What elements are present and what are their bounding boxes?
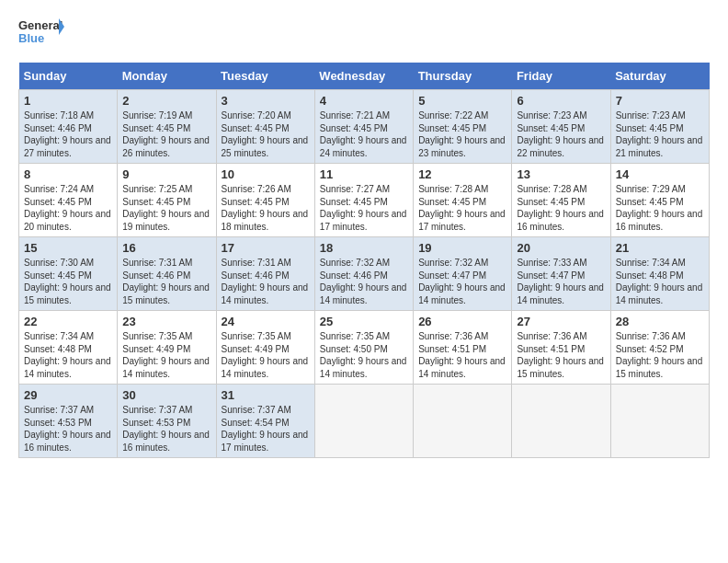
calendar-cell: 3Sunrise: 7:20 AMSunset: 4:45 PMDaylight…: [216, 90, 314, 164]
calendar-cell: [610, 385, 709, 458]
day-number: 2: [122, 94, 210, 108]
calendar-cell: 20Sunrise: 7:33 AMSunset: 4:47 PMDayligh…: [512, 237, 610, 311]
day-number: 30: [122, 388, 210, 402]
day-info: Sunrise: 7:19 AMSunset: 4:45 PMDaylight:…: [122, 109, 210, 159]
day-info: Sunrise: 7:35 AMSunset: 4:49 PMDaylight:…: [122, 330, 210, 380]
day-number: 17: [222, 241, 310, 255]
day-info: Sunrise: 7:27 AMSunset: 4:45 PMDaylight:…: [320, 183, 408, 233]
day-number: 26: [418, 315, 506, 328]
calendar-cell: 30Sunrise: 7:37 AMSunset: 4:53 PMDayligh…: [118, 385, 216, 458]
calendar-cell: 1Sunrise: 7:18 AMSunset: 4:46 PMDaylight…: [19, 90, 118, 164]
day-number: 8: [24, 167, 112, 181]
calendar-cell: 12Sunrise: 7:28 AMSunset: 4:45 PMDayligh…: [414, 164, 512, 237]
day-info: Sunrise: 7:34 AMSunset: 4:48 PMDaylight:…: [24, 330, 112, 380]
day-info: Sunrise: 7:36 AMSunset: 4:52 PMDaylight:…: [616, 330, 704, 380]
day-number: 20: [517, 241, 605, 255]
day-info: Sunrise: 7:37 AMSunset: 4:54 PMDaylight:…: [222, 404, 310, 454]
day-info: Sunrise: 7:23 AMSunset: 4:45 PMDaylight:…: [616, 109, 704, 159]
day-info: Sunrise: 7:24 AMSunset: 4:45 PMDaylight:…: [24, 183, 112, 233]
week-row-2: 8Sunrise: 7:24 AMSunset: 4:45 PMDaylight…: [19, 164, 710, 237]
calendar-cell: 13Sunrise: 7:28 AMSunset: 4:45 PMDayligh…: [512, 164, 610, 237]
calendar-cell: 31Sunrise: 7:37 AMSunset: 4:54 PMDayligh…: [216, 385, 314, 458]
calendar-cell: 16Sunrise: 7:31 AMSunset: 4:46 PMDayligh…: [118, 237, 216, 311]
day-number: 19: [418, 241, 506, 255]
day-number: 1: [24, 94, 112, 108]
calendar-cell: 10Sunrise: 7:26 AMSunset: 4:45 PMDayligh…: [216, 164, 314, 237]
day-info: Sunrise: 7:37 AMSunset: 4:53 PMDaylight:…: [122, 404, 210, 454]
day-number: 21: [616, 241, 704, 255]
calendar-cell: 8Sunrise: 7:24 AMSunset: 4:45 PMDaylight…: [19, 164, 118, 237]
weekday-header-friday: Friday: [512, 63, 610, 90]
calendar-cell: 23Sunrise: 7:35 AMSunset: 4:49 PMDayligh…: [118, 311, 216, 385]
weekday-header-saturday: Saturday: [610, 63, 709, 90]
day-number: 28: [616, 315, 704, 328]
day-number: 3: [222, 94, 310, 108]
day-number: 18: [320, 241, 408, 255]
day-info: Sunrise: 7:32 AMSunset: 4:47 PMDaylight:…: [418, 257, 506, 306]
day-info: Sunrise: 7:35 AMSunset: 4:49 PMDaylight:…: [222, 330, 310, 380]
day-number: 31: [222, 388, 310, 402]
day-number: 23: [122, 315, 210, 328]
calendar-cell: [512, 385, 610, 458]
day-number: 24: [222, 315, 310, 328]
day-number: 11: [320, 167, 408, 181]
day-info: Sunrise: 7:22 AMSunset: 4:45 PMDaylight:…: [418, 109, 506, 159]
weekday-header-monday: Monday: [118, 63, 216, 90]
day-number: 22: [24, 315, 112, 328]
week-row-3: 15Sunrise: 7:30 AMSunset: 4:45 PMDayligh…: [19, 237, 710, 311]
calendar-cell: 6Sunrise: 7:23 AMSunset: 4:45 PMDaylight…: [512, 90, 610, 164]
week-row-5: 29Sunrise: 7:37 AMSunset: 4:53 PMDayligh…: [19, 385, 710, 458]
weekday-header-thursday: Thursday: [414, 63, 512, 90]
calendar-cell: 22Sunrise: 7:34 AMSunset: 4:48 PMDayligh…: [19, 311, 118, 385]
calendar-cell: 5Sunrise: 7:22 AMSunset: 4:45 PMDaylight…: [414, 90, 512, 164]
calendar-cell: [414, 385, 512, 458]
calendar-cell: 14Sunrise: 7:29 AMSunset: 4:45 PMDayligh…: [610, 164, 709, 237]
day-number: 5: [418, 94, 506, 108]
svg-text:Blue: Blue: [18, 31, 44, 45]
calendar-cell: 11Sunrise: 7:27 AMSunset: 4:45 PMDayligh…: [314, 164, 413, 237]
day-number: 25: [320, 315, 408, 328]
day-number: 16: [122, 241, 210, 255]
day-info: Sunrise: 7:30 AMSunset: 4:45 PMDaylight:…: [24, 257, 112, 306]
logo: General Blue: [18, 15, 64, 53]
logo-svg: General Blue: [18, 15, 64, 53]
weekday-header-wednesday: Wednesday: [314, 63, 413, 90]
day-info: Sunrise: 7:36 AMSunset: 4:51 PMDaylight:…: [517, 330, 605, 380]
day-info: Sunrise: 7:20 AMSunset: 4:45 PMDaylight:…: [222, 109, 310, 159]
calendar-cell: 18Sunrise: 7:32 AMSunset: 4:46 PMDayligh…: [314, 237, 413, 311]
weekday-header-row: SundayMondayTuesdayWednesdayThursdayFrid…: [19, 63, 710, 90]
svg-text:General: General: [18, 18, 63, 32]
day-info: Sunrise: 7:28 AMSunset: 4:45 PMDaylight:…: [517, 183, 605, 233]
day-number: 4: [320, 94, 408, 108]
weekday-header-tuesday: Tuesday: [216, 63, 314, 90]
week-row-4: 22Sunrise: 7:34 AMSunset: 4:48 PMDayligh…: [19, 311, 710, 385]
calendar-cell: 4Sunrise: 7:21 AMSunset: 4:45 PMDaylight…: [314, 90, 413, 164]
day-number: 12: [418, 167, 506, 181]
day-info: Sunrise: 7:35 AMSunset: 4:50 PMDaylight:…: [320, 330, 408, 380]
day-info: Sunrise: 7:36 AMSunset: 4:51 PMDaylight:…: [418, 330, 506, 380]
calendar-cell: 27Sunrise: 7:36 AMSunset: 4:51 PMDayligh…: [512, 311, 610, 385]
calendar-cell: 19Sunrise: 7:32 AMSunset: 4:47 PMDayligh…: [414, 237, 512, 311]
day-number: 13: [517, 167, 605, 181]
day-info: Sunrise: 7:18 AMSunset: 4:46 PMDaylight:…: [24, 109, 112, 159]
day-number: 14: [616, 167, 704, 181]
calendar-cell: 21Sunrise: 7:34 AMSunset: 4:48 PMDayligh…: [610, 237, 709, 311]
calendar-table: SundayMondayTuesdayWednesdayThursdayFrid…: [18, 63, 710, 458]
day-info: Sunrise: 7:26 AMSunset: 4:45 PMDaylight:…: [222, 183, 310, 233]
day-info: Sunrise: 7:21 AMSunset: 4:45 PMDaylight:…: [320, 109, 408, 159]
day-info: Sunrise: 7:32 AMSunset: 4:46 PMDaylight:…: [320, 257, 408, 306]
day-info: Sunrise: 7:31 AMSunset: 4:46 PMDaylight:…: [222, 257, 310, 306]
day-number: 10: [222, 167, 310, 181]
day-info: Sunrise: 7:25 AMSunset: 4:45 PMDaylight:…: [122, 183, 210, 233]
calendar-cell: 29Sunrise: 7:37 AMSunset: 4:53 PMDayligh…: [19, 385, 118, 458]
day-number: 27: [517, 315, 605, 328]
day-info: Sunrise: 7:23 AMSunset: 4:45 PMDaylight:…: [517, 109, 605, 159]
day-number: 7: [616, 94, 704, 108]
day-number: 9: [122, 167, 210, 181]
day-number: 6: [517, 94, 605, 108]
calendar-cell: 24Sunrise: 7:35 AMSunset: 4:49 PMDayligh…: [216, 311, 314, 385]
header: General Blue: [18, 15, 710, 53]
calendar-cell: 7Sunrise: 7:23 AMSunset: 4:45 PMDaylight…: [610, 90, 709, 164]
calendar-cell: 25Sunrise: 7:35 AMSunset: 4:50 PMDayligh…: [314, 311, 413, 385]
day-info: Sunrise: 7:28 AMSunset: 4:45 PMDaylight:…: [418, 183, 506, 233]
